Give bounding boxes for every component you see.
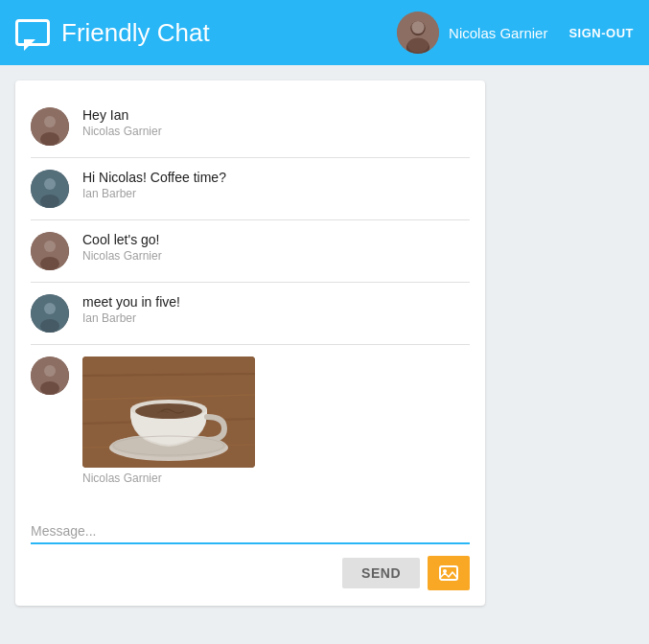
message-author: Ian Barber: [82, 311, 470, 325]
message-body: Nicolas Garnier: [82, 356, 470, 485]
avatar-nicolas: [31, 232, 69, 270]
message-body: Hey Ian Nicolas Garnier: [82, 107, 470, 138]
chat-icon: [15, 19, 50, 46]
avatar-ian: [31, 294, 69, 333]
header-username: Nicolas Garnier: [449, 25, 547, 41]
message-item: Hi Nicolas! Coffee time? Ian Barber: [31, 158, 470, 220]
image-upload-button[interactable]: [428, 556, 470, 590]
svg-point-4: [407, 38, 429, 53]
input-area: SEND: [15, 512, 485, 606]
avatar-nicolas: [31, 107, 69, 146]
svg-point-13: [40, 257, 59, 270]
message-text: Hey Ian: [82, 107, 470, 123]
svg-point-10: [40, 195, 59, 208]
message-item: Cool let's go! Nicolas Garnier: [31, 220, 470, 283]
chat-card: Hey Ian Nicolas Garnier Hi Nicolas! Coff…: [15, 80, 485, 606]
svg-point-15: [44, 303, 56, 314]
app-title: Friendly Chat: [61, 18, 210, 48]
message-author: Nicolas Garnier: [82, 472, 470, 485]
message-author: Nicolas Garnier: [82, 125, 470, 138]
message-body: Hi Nicolas! Coffee time? Ian Barber: [82, 170, 470, 200]
svg-point-3: [411, 21, 424, 34]
message-body: meet you in five! Ian Barber: [82, 294, 470, 325]
message-input[interactable]: [31, 519, 470, 544]
svg-point-6: [44, 116, 56, 127]
send-button[interactable]: SEND: [342, 558, 420, 588]
message-item: Nicolas Garnier: [31, 345, 470, 496]
header-avatar: [397, 12, 439, 54]
svg-point-12: [44, 241, 56, 252]
avatar-nicolas: [31, 356, 69, 395]
svg-point-18: [44, 365, 56, 377]
messages-list: Hey Ian Nicolas Garnier Hi Nicolas! Coff…: [15, 80, 485, 512]
user-info: Nicolas Garnier SIGN-OUT: [397, 12, 634, 54]
svg-point-16: [40, 319, 59, 333]
svg-point-19: [40, 381, 59, 395]
svg-point-9: [44, 178, 56, 190]
message-item: Hey Ian Nicolas Garnier: [31, 96, 470, 158]
message-text: Cool let's go!: [82, 232, 470, 247]
message-body: Cool let's go! Nicolas Garnier: [82, 232, 470, 263]
avatar-ian: [31, 170, 69, 208]
input-actions: SEND: [31, 556, 470, 590]
app-logo: Friendly Chat: [15, 18, 397, 48]
svg-point-7: [40, 132, 59, 146]
message-author: Ian Barber: [82, 187, 470, 200]
message-item: meet you in five! Ian Barber: [31, 283, 470, 345]
main-content: Hey Ian Nicolas Garnier Hi Nicolas! Coff…: [0, 65, 649, 621]
svg-point-28: [135, 403, 202, 419]
signout-button[interactable]: SIGN-OUT: [568, 26, 634, 40]
svg-rect-30: [440, 566, 457, 580]
app-header: Friendly Chat Nicolas Garnier SIGN-OUT: [0, 0, 649, 65]
message-text: meet you in five!: [82, 294, 470, 310]
message-text: Hi Nicolas! Coffee time?: [82, 170, 470, 185]
image-icon: [438, 563, 459, 584]
coffee-image: [82, 356, 255, 468]
message-author: Nicolas Garnier: [82, 249, 470, 263]
